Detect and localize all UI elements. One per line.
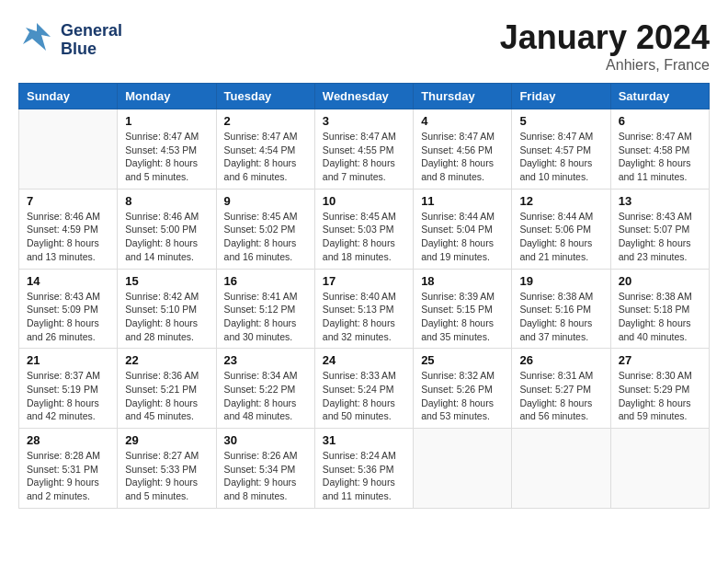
- day-info: Sunrise: 8:33 AMSunset: 5:24 PMDaylight:…: [323, 369, 405, 423]
- calendar-cell: 16 Sunrise: 8:41 AMSunset: 5:12 PMDaylig…: [216, 269, 314, 349]
- calendar-cell: 3 Sunrise: 8:47 AMSunset: 4:55 PMDayligh…: [314, 109, 413, 190]
- day-number: 13: [619, 194, 701, 208]
- day-number: 21: [27, 353, 109, 367]
- day-info: Sunrise: 8:39 AMSunset: 5:15 PMDaylight:…: [421, 290, 504, 344]
- day-number: 25: [421, 353, 504, 367]
- weekday-header-row: SundayMondayTuesdayWednesdayThursdayFrid…: [19, 84, 710, 109]
- calendar-cell: 6 Sunrise: 8:47 AMSunset: 4:58 PMDayligh…: [610, 109, 709, 190]
- calendar-cell: 25 Sunrise: 8:32 AMSunset: 5:26 PMDaylig…: [414, 349, 512, 429]
- day-info: Sunrise: 8:43 AMSunset: 5:07 PMDaylight:…: [619, 210, 701, 264]
- day-info: Sunrise: 8:47 AMSunset: 4:57 PMDaylight:…: [519, 130, 602, 184]
- calendar-cell: [610, 429, 709, 509]
- calendar-cell: 15 Sunrise: 8:42 AMSunset: 5:10 PMDaylig…: [118, 269, 216, 349]
- day-number: 22: [125, 353, 208, 367]
- day-info: Sunrise: 8:45 AMSunset: 5:03 PMDaylight:…: [323, 210, 405, 264]
- day-number: 29: [125, 433, 208, 447]
- calendar-cell: 11 Sunrise: 8:44 AMSunset: 5:04 PMDaylig…: [414, 189, 512, 269]
- calendar-week-row: 7 Sunrise: 8:46 AMSunset: 4:59 PMDayligh…: [19, 189, 710, 269]
- day-info: Sunrise: 8:47 AMSunset: 4:54 PMDaylight:…: [224, 130, 307, 184]
- day-info: Sunrise: 8:46 AMSunset: 5:00 PMDaylight:…: [125, 210, 208, 264]
- day-number: 3: [323, 114, 405, 128]
- calendar-cell: 23 Sunrise: 8:34 AMSunset: 5:22 PMDaylig…: [216, 349, 314, 429]
- day-number: 12: [519, 194, 602, 208]
- calendar-cell: 1 Sunrise: 8:47 AMSunset: 4:53 PMDayligh…: [118, 109, 216, 190]
- day-info: Sunrise: 8:37 AMSunset: 5:19 PMDaylight:…: [27, 369, 109, 423]
- calendar-cell: 20 Sunrise: 8:38 AMSunset: 5:18 PMDaylig…: [610, 269, 709, 349]
- calendar-cell: 5 Sunrise: 8:47 AMSunset: 4:57 PMDayligh…: [512, 109, 610, 190]
- day-number: 10: [323, 194, 405, 208]
- day-info: Sunrise: 8:41 AMSunset: 5:12 PMDaylight:…: [224, 290, 307, 344]
- calendar-cell: 14 Sunrise: 8:43 AMSunset: 5:09 PMDaylig…: [19, 269, 118, 349]
- day-number: 5: [519, 114, 602, 128]
- calendar-cell: 12 Sunrise: 8:44 AMSunset: 5:06 PMDaylig…: [512, 189, 610, 269]
- day-number: 15: [125, 274, 208, 288]
- month-title: January 2024: [500, 18, 710, 57]
- day-number: 14: [27, 274, 109, 288]
- weekday-header-cell: Monday: [118, 84, 216, 109]
- day-number: 4: [421, 114, 504, 128]
- calendar-cell: 24 Sunrise: 8:33 AMSunset: 5:24 PMDaylig…: [314, 349, 413, 429]
- day-number: 6: [619, 114, 701, 128]
- day-info: Sunrise: 8:36 AMSunset: 5:21 PMDaylight:…: [125, 369, 208, 423]
- day-info: Sunrise: 8:38 AMSunset: 5:16 PMDaylight:…: [519, 290, 602, 344]
- day-number: 17: [323, 274, 405, 288]
- calendar-cell: 2 Sunrise: 8:47 AMSunset: 4:54 PMDayligh…: [216, 109, 314, 190]
- calendar-week-row: 21 Sunrise: 8:37 AMSunset: 5:19 PMDaylig…: [19, 349, 710, 429]
- calendar-cell: [19, 109, 118, 190]
- logo-text: General Blue: [61, 22, 122, 59]
- calendar-cell: 22 Sunrise: 8:36 AMSunset: 5:21 PMDaylig…: [118, 349, 216, 429]
- day-number: 30: [224, 433, 307, 447]
- day-number: 2: [224, 114, 307, 128]
- day-info: Sunrise: 8:26 AMSunset: 5:34 PMDaylight:…: [224, 449, 307, 503]
- calendar-table: SundayMondayTuesdayWednesdayThursdayFrid…: [18, 83, 710, 509]
- day-number: 16: [224, 274, 307, 288]
- calendar-body: 1 Sunrise: 8:47 AMSunset: 4:53 PMDayligh…: [19, 109, 710, 509]
- title-area: January 2024 Anhiers, France: [500, 18, 710, 74]
- day-number: 28: [27, 433, 109, 447]
- calendar-cell: [414, 429, 512, 509]
- day-info: Sunrise: 8:32 AMSunset: 5:26 PMDaylight:…: [421, 369, 504, 423]
- calendar-week-row: 14 Sunrise: 8:43 AMSunset: 5:09 PMDaylig…: [19, 269, 710, 349]
- day-info: Sunrise: 8:47 AMSunset: 4:53 PMDaylight:…: [125, 130, 208, 184]
- day-info: Sunrise: 8:34 AMSunset: 5:22 PMDaylight:…: [224, 369, 307, 423]
- weekday-header-cell: Wednesday: [314, 84, 413, 109]
- day-info: Sunrise: 8:24 AMSunset: 5:36 PMDaylight:…: [323, 449, 405, 503]
- day-info: Sunrise: 8:46 AMSunset: 4:59 PMDaylight:…: [27, 210, 109, 264]
- calendar-cell: 30 Sunrise: 8:26 AMSunset: 5:34 PMDaylig…: [216, 429, 314, 509]
- day-number: 20: [619, 274, 701, 288]
- calendar-cell: 27 Sunrise: 8:30 AMSunset: 5:29 PMDaylig…: [610, 349, 709, 429]
- day-info: Sunrise: 8:47 AMSunset: 4:58 PMDaylight:…: [619, 130, 701, 184]
- weekday-header-cell: Thursday: [414, 84, 512, 109]
- day-info: Sunrise: 8:42 AMSunset: 5:10 PMDaylight:…: [125, 290, 208, 344]
- calendar-cell: 8 Sunrise: 8:46 AMSunset: 5:00 PMDayligh…: [118, 189, 216, 269]
- calendar-cell: 18 Sunrise: 8:39 AMSunset: 5:15 PMDaylig…: [414, 269, 512, 349]
- calendar-cell: 13 Sunrise: 8:43 AMSunset: 5:07 PMDaylig…: [610, 189, 709, 269]
- calendar-cell: 19 Sunrise: 8:38 AMSunset: 5:16 PMDaylig…: [512, 269, 610, 349]
- day-info: Sunrise: 8:47 AMSunset: 4:55 PMDaylight:…: [323, 130, 405, 184]
- day-info: Sunrise: 8:31 AMSunset: 5:27 PMDaylight:…: [519, 369, 602, 423]
- day-info: Sunrise: 8:44 AMSunset: 5:06 PMDaylight:…: [519, 210, 602, 264]
- calendar-cell: 4 Sunrise: 8:47 AMSunset: 4:56 PMDayligh…: [414, 109, 512, 190]
- logo: General Blue: [18, 18, 122, 62]
- calendar-cell: 31 Sunrise: 8:24 AMSunset: 5:36 PMDaylig…: [314, 429, 413, 509]
- calendar-week-row: 1 Sunrise: 8:47 AMSunset: 4:53 PMDayligh…: [19, 109, 710, 190]
- day-number: 23: [224, 353, 307, 367]
- calendar-cell: 10 Sunrise: 8:45 AMSunset: 5:03 PMDaylig…: [314, 189, 413, 269]
- calendar-cell: 26 Sunrise: 8:31 AMSunset: 5:27 PMDaylig…: [512, 349, 610, 429]
- day-info: Sunrise: 8:43 AMSunset: 5:09 PMDaylight:…: [27, 290, 109, 344]
- day-number: 7: [27, 194, 109, 208]
- day-number: 8: [125, 194, 208, 208]
- day-number: 26: [519, 353, 602, 367]
- day-info: Sunrise: 8:38 AMSunset: 5:18 PMDaylight:…: [619, 290, 701, 344]
- weekday-header-cell: Tuesday: [216, 84, 314, 109]
- calendar-cell: 28 Sunrise: 8:28 AMSunset: 5:31 PMDaylig…: [19, 429, 118, 509]
- day-info: Sunrise: 8:45 AMSunset: 5:02 PMDaylight:…: [224, 210, 307, 264]
- calendar-week-row: 28 Sunrise: 8:28 AMSunset: 5:31 PMDaylig…: [19, 429, 710, 509]
- day-number: 18: [421, 274, 504, 288]
- weekday-header-cell: Saturday: [610, 84, 709, 109]
- calendar-cell: 17 Sunrise: 8:40 AMSunset: 5:13 PMDaylig…: [314, 269, 413, 349]
- day-number: 9: [224, 194, 307, 208]
- calendar-cell: 29 Sunrise: 8:27 AMSunset: 5:33 PMDaylig…: [118, 429, 216, 509]
- page-header: General Blue January 2024 Anhiers, Franc…: [18, 18, 710, 74]
- day-info: Sunrise: 8:28 AMSunset: 5:31 PMDaylight:…: [27, 449, 109, 503]
